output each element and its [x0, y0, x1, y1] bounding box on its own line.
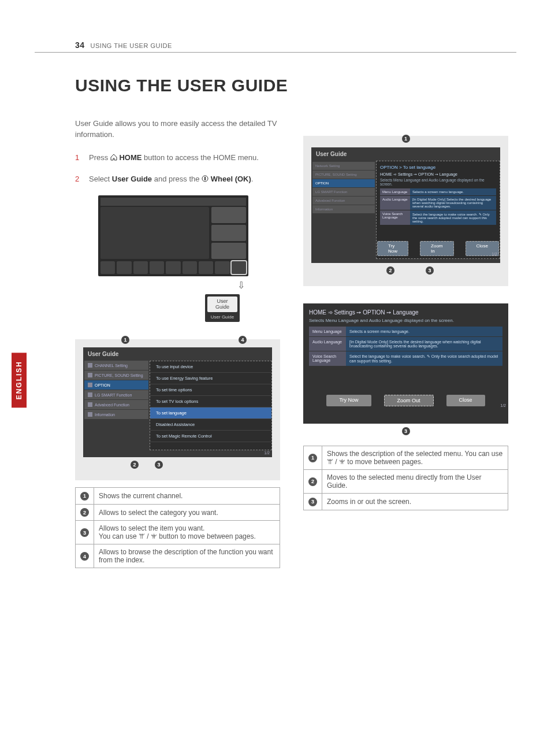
ug-tile-line2: Guide	[215, 304, 229, 310]
step-1: 1 Press HOME button to access the HOME m…	[75, 152, 280, 164]
rlegend-desc-3: Zooms in or out the screen.	[322, 494, 508, 510]
item-set-language[interactable]: To set language	[150, 407, 271, 419]
legend-num-4: 4	[80, 552, 89, 561]
detail-page-indicator: 1/2	[492, 252, 497, 256]
page-header: 34 USING THE USER GUIDE	[35, 40, 516, 53]
legend-num-1: 1	[80, 492, 89, 501]
rlegend-desc-1: Shows the description of the selected me…	[322, 446, 508, 470]
detail-content: OPTION > To set language HOME ➾ Settings…	[376, 161, 500, 259]
step-2: 2 Select User Guide and press the Wheel …	[75, 173, 280, 185]
dcat-information[interactable]: Information	[312, 205, 375, 213]
step-1-text-a: Press	[89, 153, 110, 162]
item-tv-lock[interactable]: To set TV lock options	[150, 396, 271, 407]
category-picture-sound[interactable]: PICTURE, SOUND Setting	[84, 370, 148, 380]
dcat-advanced[interactable]: Advabced Function	[312, 197, 375, 205]
intro-text: User Guide allows you to more easily acc…	[75, 118, 280, 140]
dcat-network[interactable]: Network Setting	[312, 162, 375, 170]
try-now-button[interactable]: Try Now	[377, 241, 408, 256]
zoom-close-button[interactable]: Close	[446, 395, 485, 406]
zrow-menu-lang: Menu Language Selects a screen menu lang…	[309, 327, 502, 336]
detail-callout-2: 2	[386, 266, 394, 275]
rlegend-num-1: 1	[308, 454, 317, 462]
zrow-menu-lang-label: Menu Language	[309, 327, 346, 336]
category-advanced[interactable]: Advabced Function	[84, 400, 148, 409]
zrow-voice-lang-label: Voice Search Language	[309, 351, 346, 366]
zoom-page-indicator: 1/2	[500, 403, 506, 407]
home-icon	[110, 153, 117, 160]
legend-table-right: 1 Shows the description of the selected …	[303, 446, 508, 510]
row-voice-lang-label: Voice Search Language	[380, 210, 410, 225]
category-list[interactable]: CHANNEL Setting PICTURE, SOUND Setting O…	[83, 361, 150, 450]
rlegend-num-3: 3	[308, 498, 317, 506]
dcat-picture-sound[interactable]: PICTURE, SOUND Setting	[312, 171, 375, 179]
page-number: 34	[75, 40, 85, 50]
zoom-in-button[interactable]: Zoom In	[420, 241, 453, 256]
zoom-path: HOME ➾ Settings ➙ OPTION ➙ Language	[309, 309, 502, 316]
category-option[interactable]: OPTION	[84, 380, 148, 390]
zrow-voice-lang: Voice Search Language Select the languag…	[309, 351, 502, 366]
category-channel-label: CHANNEL Setting	[95, 364, 128, 368]
guide-panel-title: User Guide	[83, 347, 272, 361]
step-2-number: 2	[75, 173, 83, 185]
legend-desc-2: Allows to select the category you want.	[94, 504, 280, 521]
callout-4: 4	[239, 336, 247, 344]
item-input-device[interactable]: To use input device	[150, 361, 271, 373]
step-2-wheel-label: Wheel (OK)	[211, 175, 251, 183]
detail-breadcrumb: OPTION > To set language	[380, 165, 496, 170]
category-option-label: OPTION	[95, 383, 110, 387]
detail-path: HOME ➾ Settings ➙ OPTION ➙ Language	[380, 172, 496, 177]
step-2-text-a: Select	[89, 175, 112, 183]
dcat-option[interactable]: OPTION	[312, 179, 375, 187]
item-time-options[interactable]: To set time options	[150, 384, 271, 396]
rlegend-desc-2: Moves to the selected menu directly from…	[322, 470, 508, 494]
category-information[interactable]: Information	[84, 410, 148, 419]
row-voice-lang: Voice Search Language Select the languag…	[380, 210, 496, 225]
item-energy-saving[interactable]: To use Energy Saving feature	[150, 373, 271, 384]
left-column: User Guide allows you to more easily acc…	[75, 118, 280, 568]
zoom-out-button[interactable]: Zoom Out	[384, 395, 434, 406]
row-menu-lang: Menu Language Selects a screen menu lang…	[380, 188, 496, 195]
category-information-label: Information	[95, 413, 115, 417]
legend-desc-4: Allows to browse the description of the …	[94, 544, 280, 568]
step-1-home-label: HOME	[119, 153, 142, 162]
zrow-voice-lang-desc: Select the language to make voice search…	[346, 351, 502, 366]
category-smart-label: LG SMART Function	[95, 393, 132, 397]
page: 34 USING THE USER GUIDE USING THE USER G…	[0, 0, 551, 603]
legend-desc-1: Shows the current channel.	[94, 488, 280, 505]
page-title: USING THE USER GUIDE	[35, 76, 516, 95]
detail-callout-1: 1	[402, 135, 410, 143]
legend-num-2: 2	[80, 508, 89, 517]
zoomed-detail-panel: HOME ➾ Settings ➙ OPTION ➙ Language Sele…	[303, 303, 508, 424]
wheel-ok-icon	[202, 174, 209, 181]
zrow-menu-lang-desc: Selects a screen menu language.	[346, 327, 502, 336]
zoom-try-now-button[interactable]: Try Now	[326, 395, 371, 406]
item-list[interactable]: To use input device To use Energy Saving…	[150, 361, 272, 450]
item-disabled-assistance[interactable]: Disabled Assistance	[150, 419, 271, 431]
row-menu-lang-desc: Selects a screen menu language.	[410, 188, 496, 195]
category-picture-sound-label: PICTURE, SOUND Setting	[95, 373, 143, 377]
row-menu-lang-label: Menu Language	[380, 188, 410, 195]
ug-tile-caption: User Guide	[207, 314, 237, 320]
callout-3: 3	[155, 461, 163, 469]
zrow-audio-lang-desc: [In Digital Mode Only] Selects the desir…	[346, 337, 502, 351]
page-section: USING THE USER GUIDE	[91, 42, 172, 49]
row-audio-lang-desc: [In Digital Mode Only] Selects the desir…	[410, 196, 496, 210]
zoom-callout-3: 3	[402, 427, 410, 435]
arrow-down-icon: ⇩	[202, 280, 280, 291]
step-1-number: 1	[75, 152, 83, 164]
row-voice-lang-desc: Select the language to make voice search…	[410, 210, 496, 225]
user-guide-panel: User Guide CHANNEL Setting PICTURE, SOUN…	[83, 347, 272, 457]
zrow-audio-lang-label: Audio Language	[309, 337, 346, 351]
detail-category-list[interactable]: Network Setting PICTURE, SOUND Setting O…	[311, 161, 376, 259]
detail-sub: Selects Menu Language and Audio Language…	[380, 178, 496, 186]
page-indicator: 1/2	[264, 451, 270, 455]
category-channel[interactable]: CHANNEL Setting	[84, 361, 148, 370]
step-2-user-guide-label: User Guide	[112, 175, 152, 183]
item-magic-remote[interactable]: To set Magic Remote Control	[150, 431, 271, 442]
row-audio-lang-label: Audio Language	[380, 196, 410, 210]
callout-1: 1	[121, 336, 129, 344]
category-smart[interactable]: LG SMART Function	[84, 390, 148, 399]
dcat-smart[interactable]: LG SMART Function	[312, 188, 375, 196]
legend-desc-3: Allows to select the item you want. You …	[94, 521, 280, 544]
rlegend-num-2: 2	[308, 477, 317, 486]
